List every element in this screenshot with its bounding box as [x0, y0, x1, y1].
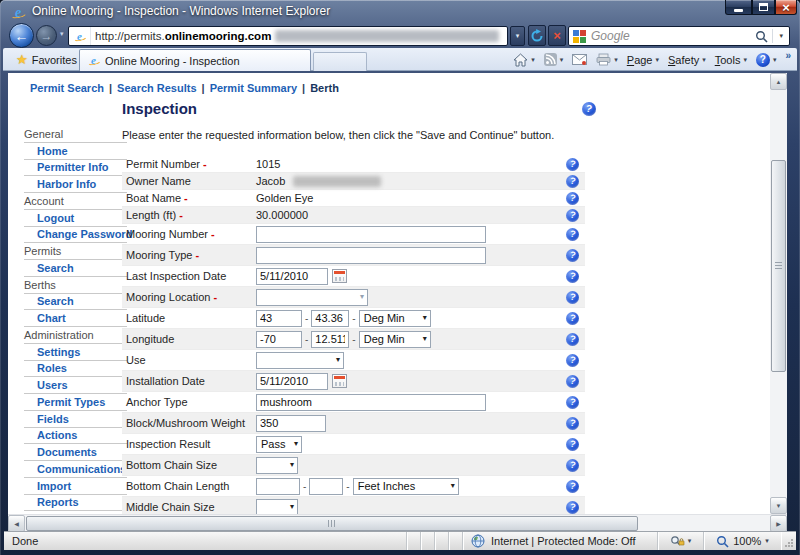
help-icon[interactable]	[566, 228, 579, 241]
zoom-options-button[interactable]	[657, 532, 703, 550]
tools-menu[interactable]: Tools	[715, 54, 747, 66]
help-icon[interactable]	[566, 209, 579, 222]
favorites-button[interactable]: Favorites	[8, 50, 85, 69]
sidebar-item-settings[interactable]: Settings	[24, 344, 127, 361]
horizontal-scroll-thumb[interactable]	[26, 516, 638, 531]
sidebar-item-communications[interactable]: Communications	[24, 461, 127, 478]
feeds-dropdown-icon[interactable]	[560, 56, 564, 64]
address-dropdown-button[interactable]	[510, 26, 525, 46]
sidebar-item-fields[interactable]: Fields	[24, 411, 127, 428]
stop-button[interactable]	[548, 25, 566, 46]
sidebar-item-documents[interactable]: Documents	[24, 444, 127, 461]
sidebar-item-users[interactable]: Users	[24, 377, 127, 394]
sidebar-item-home[interactable]: Home	[24, 143, 127, 160]
feeds-button[interactable]	[544, 53, 564, 66]
help-icon[interactable]	[566, 417, 579, 430]
breadcrumb-link-search-results[interactable]: Search Results	[117, 82, 196, 94]
scroll-right-button[interactable]	[770, 515, 787, 532]
sidebar-item-permit-types[interactable]: Permit Types	[24, 394, 127, 411]
calendar-icon[interactable]	[332, 269, 347, 283]
sidebar-item-actions[interactable]: Actions	[24, 428, 127, 445]
tab-online-mooring-inspection[interactable]: Online Mooring - Inspection	[79, 49, 311, 71]
vertical-scrollbar[interactable]	[770, 73, 787, 514]
sidebar-item-permitter-info[interactable]: Permitter Info	[24, 160, 127, 177]
back-button[interactable]	[9, 23, 34, 48]
help-icon[interactable]	[566, 192, 579, 205]
sidebar-item-chart[interactable]: Chart	[24, 310, 127, 327]
safety-menu[interactable]: Safety	[668, 54, 706, 66]
home-dropdown-icon[interactable]	[531, 56, 535, 64]
bottom-chain-size-select[interactable]	[256, 457, 298, 474]
history-dropdown-icon[interactable]	[60, 30, 64, 38]
longitude-select[interactable]: Deg Min	[359, 331, 431, 348]
longitude-input[interactable]	[256, 331, 302, 348]
help-icon[interactable]	[566, 333, 579, 346]
breadcrumb-link-permit-search[interactable]: Permit Search	[30, 82, 104, 94]
home-button[interactable]	[513, 53, 535, 67]
longitude-input[interactable]	[311, 331, 349, 348]
block-mushroom-weight-input[interactable]	[256, 415, 326, 432]
installation-date-input[interactable]	[256, 373, 328, 390]
help-icon[interactable]	[566, 312, 579, 325]
help-icon[interactable]	[566, 375, 579, 388]
print-dropdown-icon[interactable]	[614, 56, 618, 64]
sidebar-item-roles[interactable]: Roles	[24, 361, 127, 378]
last-inspection-date-input[interactable]	[256, 268, 328, 285]
search-box[interactable]: Google	[568, 26, 790, 46]
maximize-button[interactable]	[752, 0, 775, 15]
latitude-input[interactable]	[256, 310, 302, 327]
help-icon[interactable]	[566, 354, 579, 367]
help-icon[interactable]	[566, 396, 579, 409]
address-bar[interactable]: http://permits. onlinemooring.com	[68, 26, 508, 46]
bottom-chain-length-input[interactable]	[309, 478, 343, 495]
more-commands-button[interactable]: »	[785, 50, 791, 61]
help-menu[interactable]	[756, 53, 777, 67]
help-icon[interactable]	[566, 459, 579, 472]
help-icon[interactable]	[566, 249, 579, 262]
inspection-result-select[interactable]: Pass	[256, 436, 302, 453]
page-help-icon[interactable]	[582, 102, 596, 116]
zoom-level-button[interactable]: 100%	[703, 532, 781, 550]
search-input[interactable]: Google	[591, 29, 755, 43]
sidebar-item-harbor-info[interactable]: Harbor Info	[24, 176, 127, 193]
forward-button[interactable]	[36, 25, 57, 46]
sidebar-item-reports[interactable]: Reports	[24, 495, 127, 512]
help-icon[interactable]	[566, 291, 579, 304]
middle-chain-size-select[interactable]	[256, 499, 298, 515]
help-icon[interactable]	[566, 175, 579, 188]
sidebar-item-logout[interactable]: Logout	[24, 210, 127, 227]
mooring-location-select[interactable]	[256, 289, 368, 306]
read-mail-button[interactable]	[572, 54, 587, 65]
sidebar-item-change-password[interactable]: Change Password	[24, 227, 127, 244]
print-button[interactable]	[596, 53, 618, 66]
refresh-button[interactable]	[528, 25, 546, 46]
sidebar-item-import[interactable]: Import	[24, 478, 127, 495]
sidebar-item-search[interactable]: Search	[24, 294, 127, 311]
help-icon[interactable]	[566, 480, 579, 493]
use-select[interactable]	[256, 352, 344, 369]
bottom-chain-length-select[interactable]: Feet Inches	[353, 478, 459, 495]
close-button[interactable]	[775, 0, 797, 15]
resize-grip[interactable]	[781, 532, 796, 550]
sidebar-item-search[interactable]: Search	[24, 260, 127, 277]
horizontal-scrollbar[interactable]	[8, 514, 787, 531]
scroll-left-button[interactable]	[8, 515, 25, 532]
help-icon[interactable]	[566, 438, 579, 451]
breadcrumb-link-permit-summary[interactable]: Permit Summary	[210, 82, 297, 94]
latitude-select[interactable]: Deg Min	[359, 310, 431, 327]
help-icon[interactable]	[566, 270, 579, 283]
page-menu[interactable]: Page	[627, 54, 659, 66]
vertical-scroll-thumb[interactable]	[771, 160, 786, 372]
help-icon[interactable]	[566, 501, 579, 514]
new-tab-button[interactable]	[313, 52, 367, 71]
mooring-type-input[interactable]	[256, 247, 486, 264]
scroll-up-button[interactable]	[770, 73, 787, 90]
calendar-icon[interactable]	[332, 374, 347, 388]
help-icon[interactable]	[566, 158, 579, 171]
minimize-button[interactable]	[725, 0, 752, 15]
bottom-chain-length-input[interactable]	[256, 478, 300, 495]
search-magnifier-icon[interactable]	[755, 30, 768, 43]
scroll-down-button[interactable]	[770, 497, 787, 514]
search-dropdown-icon[interactable]	[777, 32, 785, 40]
mooring-number-input[interactable]	[256, 226, 486, 243]
